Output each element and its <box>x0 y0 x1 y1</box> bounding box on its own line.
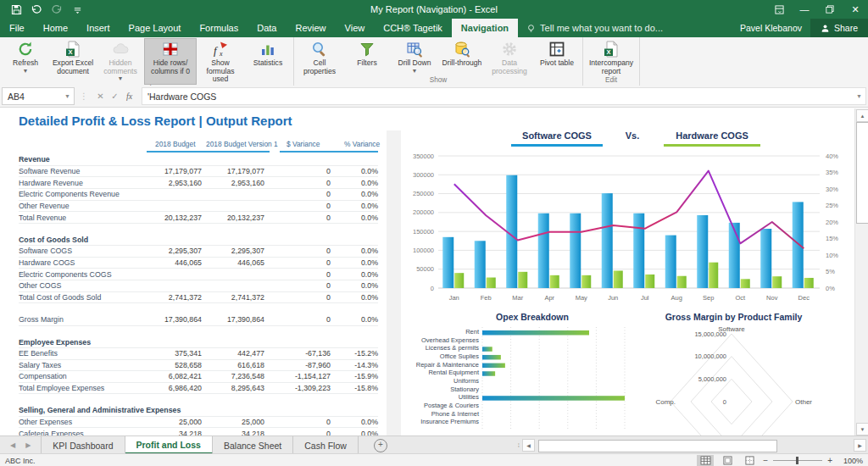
dropdown-caret-icon[interactable]: ▼ <box>23 68 29 75</box>
cancel-icon[interactable]: ✕ <box>93 92 108 101</box>
table-row[interactable]: Other Revenue00.0% <box>19 201 378 213</box>
customize-quick-access-icon[interactable] <box>71 3 83 15</box>
close-button[interactable]: ✕ <box>843 0 868 19</box>
table-row[interactable]: Compensation6,082,4217,236,548-1,154,127… <box>19 371 378 383</box>
page-layout-view-icon[interactable] <box>719 455 736 466</box>
export-excel-document-button[interactable]: XExport Excel document <box>49 38 97 85</box>
combo-chart[interactable]: 0500001000001500002000002500003000003500… <box>406 149 847 325</box>
svg-text:10,000,000: 10,000,000 <box>694 352 726 360</box>
table-row[interactable]: Electric Components COGS00.0% <box>19 269 378 280</box>
table-row[interactable]: Hardware COGS446,065446,06500.0% <box>19 258 378 269</box>
vertical-scroll-thumb[interactable] <box>856 122 868 224</box>
share-button[interactable]: Share <box>810 19 868 37</box>
ribbon-tab-home[interactable]: Home <box>34 19 77 37</box>
name-box-caret-icon[interactable]: ▼ <box>64 93 70 99</box>
hide-rows-columns-if-0-button[interactable]: Hide rows/ columns if 0 <box>144 38 197 85</box>
show-formulas-used-button[interactable]: fxShow formulas used <box>197 38 244 85</box>
table-row[interactable]: Hardware Revenue2,953,1602,953,16000.0% <box>19 177 378 189</box>
horizontal-scroll-thumb[interactable] <box>538 440 777 452</box>
scroll-up-icon[interactable]: ▲ <box>856 109 868 122</box>
cell-value: 0 <box>264 270 331 279</box>
section-header-row[interactable]: Selling, General and Administrative Expe… <box>19 405 378 417</box>
name-box[interactable]: AB4 ▼ <box>2 87 75 105</box>
ribbon-tab-insert[interactable]: Insert <box>77 19 120 37</box>
ribbon-tab-file[interactable]: File <box>0 19 34 37</box>
insert-function-icon[interactable]: fx <box>122 92 136 101</box>
zoom-level[interactable]: 100% <box>837 457 863 465</box>
filters-button[interactable]: Filters <box>343 38 391 76</box>
svg-text:Uniforms: Uniforms <box>453 377 479 385</box>
row-label: Hardware Revenue <box>19 179 129 187</box>
table-row[interactable]: Other Expenses25,00025,00000.0% <box>19 417 378 429</box>
restore-button[interactable] <box>817 0 843 19</box>
opex-chart[interactable]: RentOverhead ExpensesLicenses & permitsO… <box>408 325 662 434</box>
cell-value: 34,218 <box>202 430 264 435</box>
table-row[interactable]: EE Benefits375,341442,477-67,136-15.2% <box>19 348 378 360</box>
scroll-down-icon[interactable]: ▼ <box>856 423 868 435</box>
drill-through-button[interactable]: Drill-through <box>438 38 486 76</box>
section-header-row[interactable]: Cost of Goods Sold <box>19 234 378 246</box>
ribbon-tab-cch-tagetik[interactable]: CCH® Tagetik <box>374 19 452 37</box>
tab-scroll-right-icon[interactable]: ▶ <box>25 441 31 449</box>
svg-text:X: X <box>606 48 610 56</box>
vertical-scrollbar[interactable]: ▲ ▼ <box>854 108 868 435</box>
cell-value: 0 <box>264 281 331 290</box>
dropdown-caret-icon[interactable]: ▼ <box>412 68 418 75</box>
drill-down-button[interactable]: Drill Down▼ <box>391 38 438 76</box>
cell-value: -1,309,223 <box>264 384 331 392</box>
section-header-row[interactable]: Revenue <box>19 154 378 166</box>
table-row[interactable]: Software Revenue17,179,07717,179,07700.0… <box>19 166 378 178</box>
tell-me-box[interactable]: Tell me what you want to do... <box>518 19 671 37</box>
ribbon-tab-view[interactable]: View <box>336 19 375 37</box>
ribbon-tab-review[interactable]: Review <box>286 19 335 37</box>
table-row[interactable]: Total Revenue20,132,23720,132,23700.0% <box>19 212 378 224</box>
undo-icon[interactable] <box>31 3 42 15</box>
table-row[interactable]: Gross Margin17,390,86417,390,86400.0% <box>19 314 378 326</box>
cell-value: 20,132,237 <box>129 214 202 222</box>
statistics-button[interactable]: Statistics <box>244 38 292 85</box>
formula-bar-expand-icon[interactable]: ▼ <box>856 93 862 99</box>
cell-properties-button[interactable]: Cell properties <box>296 38 343 76</box>
section-header-row[interactable]: Employee Expenses <box>19 336 378 348</box>
formula-input[interactable]: 'Hardware COGS ▼ <box>142 87 866 105</box>
ribbon-tab-formulas[interactable]: Formulas <box>190 19 248 37</box>
ribbon-tab-page-layout[interactable]: Page Layout <box>120 19 191 37</box>
zoom-slider[interactable] <box>773 460 822 461</box>
sheet-tab-profit-and-loss[interactable]: Profit and Loss <box>125 436 213 454</box>
table-row[interactable]: Cafeteria Expenses34,21834,21800.0% <box>19 428 378 435</box>
table-row[interactable]: Software COGS2,295,3072,295,30700.0% <box>19 246 378 258</box>
row-label: Software Revenue <box>19 167 129 175</box>
zoom-in-button[interactable]: + <box>827 456 832 465</box>
scroll-left-icon[interactable]: ◀ <box>522 439 535 452</box>
enter-icon[interactable]: ✓ <box>108 92 122 101</box>
table-row[interactable]: Total Employee Expenses6,986,4208,295,64… <box>19 383 378 395</box>
radar-chart[interactable]: 15,000,00010,000,0005,000,0000SoftwareOt… <box>655 324 854 435</box>
pane-splitter-handle[interactable]: ⁞ <box>518 441 520 449</box>
horizontal-scrollbar[interactable] <box>537 440 852 451</box>
ribbon-tab-data[interactable]: Data <box>248 19 286 37</box>
table-row[interactable]: Other COGS00.0% <box>19 280 378 292</box>
scroll-right-icon[interactable]: ▶ <box>854 439 866 452</box>
normal-view-icon[interactable] <box>697 455 714 466</box>
table-row[interactable]: Total Cost of Goods Sold2,741,3722,741,3… <box>19 292 378 304</box>
intercompany-report-button[interactable]: XIntercompany report <box>585 38 637 76</box>
ribbon-display-options-icon[interactable] <box>766 0 792 19</box>
ribbon-tab-navigation[interactable]: Navigation <box>452 19 518 37</box>
tab-scroll-left-icon[interactable]: ◀ <box>10 441 15 449</box>
refresh-button[interactable]: Refresh▼ <box>2 38 49 85</box>
sheet-tab-cash-flow[interactable]: Cash Flow <box>293 436 359 454</box>
save-icon[interactable] <box>10 3 22 15</box>
zoom-out-button[interactable]: − <box>763 456 768 465</box>
sheet-tab-kpi-dashboard[interactable]: KPI Dashboard <box>41 436 125 454</box>
table-row[interactable]: Salary Taxes528,658616,618-87,960-14.3% <box>19 360 378 372</box>
cell-value: 17,179,077 <box>202 167 264 175</box>
dropdown-caret-icon[interactable]: ▼ <box>118 75 124 82</box>
zoom-slider-thumb[interactable] <box>796 457 798 464</box>
new-sheet-button[interactable]: + <box>374 439 387 452</box>
pivot-table-button[interactable]: Pivot table <box>533 38 581 76</box>
table-row[interactable]: Electric Components Revenue00.0% <box>19 189 378 201</box>
cell-value: -15.8% <box>331 384 378 392</box>
page-break-view-icon[interactable] <box>741 455 758 466</box>
minimize-button[interactable]: — <box>792 0 817 19</box>
sheet-tab-balance-sheet[interactable]: Balance Sheet <box>213 436 293 454</box>
